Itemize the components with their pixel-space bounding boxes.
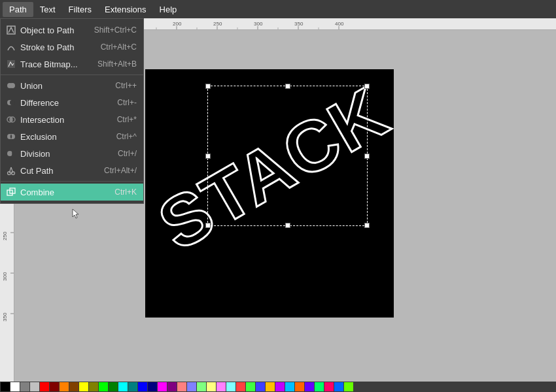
exclusion-shortcut: Ctrl+^	[116, 132, 137, 141]
svg-point-3	[10, 83, 15, 88]
object-to-path-label: Object to Path	[20, 25, 74, 35]
union-shortcut: Ctrl++	[115, 81, 137, 90]
division-icon	[6, 148, 16, 159]
menu-item-union[interactable]: Union Ctrl++	[1, 77, 143, 94]
intersection-label: Intersection	[20, 115, 64, 125]
exclusion-label: Exclusion	[20, 132, 57, 142]
palette-swatch[interactable]	[295, 382, 304, 391]
difference-icon	[6, 97, 16, 108]
palette-swatch[interactable]	[109, 382, 118, 391]
menu-item-difference[interactable]: Difference Ctrl+-	[1, 94, 143, 111]
svg-text:200: 200	[173, 21, 182, 27]
palette-swatch[interactable]	[177, 382, 186, 391]
division-shortcut: Ctrl+/	[118, 149, 137, 158]
union-label: Union	[20, 81, 43, 91]
menubar: Path Text Filters Extensions Help	[0, 0, 556, 18]
menu-item-division[interactable]: Division Ctrl+/	[1, 145, 143, 162]
combine-icon	[6, 187, 16, 197]
division-label: Division	[20, 149, 50, 159]
trace-bitmap-icon	[6, 59, 16, 69]
menu-item-exclusion[interactable]: Exclusion Ctrl+^	[1, 128, 143, 145]
svg-text:STACK: STACK	[145, 71, 394, 265]
palette-swatch[interactable]	[148, 382, 157, 391]
palette-swatch[interactable]	[118, 382, 128, 391]
palette-swatch[interactable]	[236, 382, 245, 391]
palette-swatch[interactable]	[40, 382, 49, 391]
menu-item-cut-path[interactable]: Cut Path Ctrl+Alt+/	[1, 162, 143, 179]
menu-path[interactable]: Path	[3, 2, 33, 17]
palette-swatch[interactable]	[99, 382, 108, 391]
art-canvas: STACK	[145, 69, 394, 318]
menu-extensions[interactable]: Extensions	[98, 2, 153, 17]
combine-label: Combine	[20, 188, 54, 197]
svg-text:350: 350	[2, 312, 8, 321]
svg-text:300: 300	[254, 21, 263, 27]
svg-text:250: 250	[213, 21, 222, 27]
menu-item-object-to-path[interactable]: Object to Path Shift+Ctrl+C	[1, 22, 143, 39]
separator-2	[1, 181, 143, 182]
intersection-icon	[6, 114, 16, 125]
menu-item-stroke-to-path[interactable]: Stroke to Path Ctrl+Alt+C	[1, 39, 143, 56]
stroke-to-path-label: Stroke to Path	[20, 42, 74, 52]
palette-swatch[interactable]	[30, 382, 39, 391]
cut-path-label: Cut Path	[20, 166, 54, 176]
path-dropdown-menu: Object to Path Shift+Ctrl+C Stroke to Pa…	[0, 18, 144, 204]
separator-1	[1, 74, 143, 75]
menu-filters[interactable]: Filters	[62, 2, 98, 17]
union-icon	[6, 80, 16, 91]
palette-colors	[0, 382, 556, 392]
palette-swatch[interactable]	[50, 382, 59, 391]
palette-swatch[interactable]	[226, 382, 235, 391]
palette-swatch[interactable]	[285, 382, 294, 391]
palette-swatch[interactable]	[344, 382, 353, 391]
cut-path-shortcut: Ctrl+Alt+/	[104, 166, 137, 175]
palette-swatch[interactable]	[187, 382, 196, 391]
trace-bitmap-label: Trace Bitmap...	[20, 59, 78, 69]
palette-swatch[interactable]	[20, 382, 29, 391]
menu-help[interactable]: Help	[153, 2, 184, 17]
palette-swatch[interactable]	[207, 382, 216, 391]
palette-swatch[interactable]	[158, 382, 167, 391]
palette-swatch[interactable]	[69, 382, 78, 391]
palette-swatch[interactable]	[256, 382, 265, 391]
combine-shortcut: Ctrl+K	[114, 188, 137, 197]
difference-label: Difference	[20, 98, 59, 108]
svg-text:300: 300	[2, 272, 8, 281]
palette-swatch[interactable]	[89, 382, 98, 391]
menu-text[interactable]: Text	[33, 2, 62, 17]
svg-text:350: 350	[294, 21, 304, 27]
palette-bar	[0, 382, 556, 392]
palette-swatch[interactable]	[334, 382, 343, 391]
svg-point-10	[7, 151, 12, 156]
svg-point-5	[10, 100, 15, 105]
intersection-shortcut: Ctrl+*	[117, 115, 137, 124]
palette-swatch[interactable]	[10, 382, 20, 391]
palette-swatch[interactable]	[315, 382, 324, 391]
palette-swatch[interactable]	[324, 382, 334, 391]
exclusion-icon	[6, 131, 16, 142]
palette-swatch[interactable]	[128, 382, 137, 391]
svg-text:250: 250	[2, 231, 8, 240]
palette-swatch[interactable]	[246, 382, 255, 391]
palette-swatch[interactable]	[217, 382, 226, 391]
svg-text:400: 400	[335, 21, 344, 27]
palette-swatch[interactable]	[266, 382, 275, 391]
cursor	[71, 208, 78, 214]
palette-swatch[interactable]	[305, 382, 314, 391]
object-to-path-shortcut: Shift+Ctrl+C	[94, 25, 137, 35]
palette-swatch[interactable]	[60, 382, 69, 391]
menu-item-trace-bitmap[interactable]: Trace Bitmap... Shift+Alt+B	[1, 56, 143, 73]
palette-swatch[interactable]	[167, 382, 177, 391]
palette-swatch[interactable]	[1, 382, 10, 391]
menu-item-intersection[interactable]: Intersection Ctrl+*	[1, 111, 143, 128]
palette-swatch[interactable]	[197, 382, 206, 391]
palette-swatch[interactable]	[79, 382, 88, 391]
palette-swatch[interactable]	[138, 382, 147, 391]
cut-path-icon	[6, 165, 16, 176]
svg-rect-1	[7, 60, 15, 68]
palette-swatch[interactable]	[275, 382, 285, 391]
menu-item-combine[interactable]: Combine Ctrl+K	[1, 184, 143, 201]
difference-shortcut: Ctrl+-	[117, 98, 137, 107]
object-to-path-icon	[6, 25, 16, 35]
trace-bitmap-shortcut: Shift+Alt+B	[97, 59, 137, 69]
